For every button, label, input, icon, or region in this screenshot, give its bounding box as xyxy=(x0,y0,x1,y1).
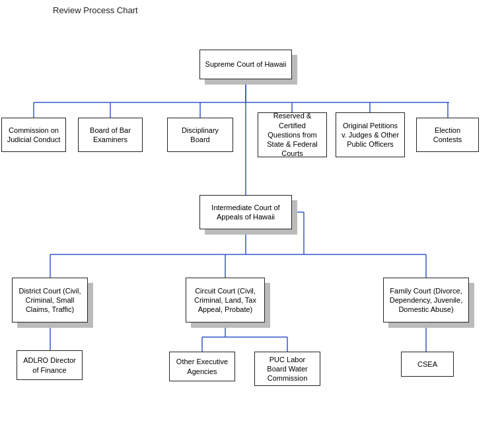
reserved-box: Reserved & Certified Questions from Stat… xyxy=(258,112,327,157)
csea-box: CSEA xyxy=(401,352,454,377)
election-contests-label: Election Contests xyxy=(421,126,474,145)
adlro-box: ADLRO Director of Finance xyxy=(17,350,83,380)
district-court-label: District Court (Civil, Criminal, Small C… xyxy=(17,286,83,315)
family-court-label: Family Court (Divorce, Dependency, Juven… xyxy=(388,286,464,315)
circuit-court-label: Circuit Court (Civil, Criminal, Land, Ta… xyxy=(190,286,260,315)
puc-label: PUC Labor Board Water Commission xyxy=(259,355,316,383)
puc-box: PUC Labor Board Water Commission xyxy=(254,352,320,386)
family-court-box: Family Court (Divorce, Dependency, Juven… xyxy=(383,278,469,323)
reserved-label: Reserved & Certified Questions from Stat… xyxy=(262,111,322,158)
board-examiners-label: Board of Bar Examiners xyxy=(83,126,138,145)
chart-title: Review Process Chart xyxy=(53,5,138,15)
original-petitions-label: Original Petitions v. Judges & Other Pub… xyxy=(340,121,400,149)
original-petitions-box: Original Petitions v. Judges & Other Pub… xyxy=(336,112,405,157)
election-contests-box: Election Contests xyxy=(416,118,479,152)
other-exec-label: Other Executive Agencies xyxy=(174,357,231,376)
adlro-label: ADLRO Director of Finance xyxy=(21,356,78,375)
commission-label: Commission on Judicial Conduct xyxy=(6,126,61,145)
intermediate-label: Intermediate Court of Appeals of Hawaii xyxy=(204,203,287,222)
board-examiners-box: Board of Bar Examiners xyxy=(78,118,143,152)
csea-label: CSEA xyxy=(417,360,437,369)
disciplinary-label: Disciplinary Board xyxy=(172,126,229,145)
other-exec-box: Other Executive Agencies xyxy=(169,352,235,381)
commission-box: Commission on Judicial Conduct xyxy=(1,118,66,152)
intermediate-box: Intermediate Court of Appeals of Hawaii xyxy=(199,195,292,229)
disciplinary-box: Disciplinary Board xyxy=(167,118,233,152)
district-court-box: District Court (Civil, Criminal, Small C… xyxy=(12,278,88,323)
supreme-court-label: Supreme Court of Hawaii xyxy=(205,59,287,69)
circuit-court-box: Circuit Court (Civil, Criminal, Land, Ta… xyxy=(186,278,265,323)
supreme-court-box: Supreme Court of Hawaii xyxy=(199,50,292,79)
